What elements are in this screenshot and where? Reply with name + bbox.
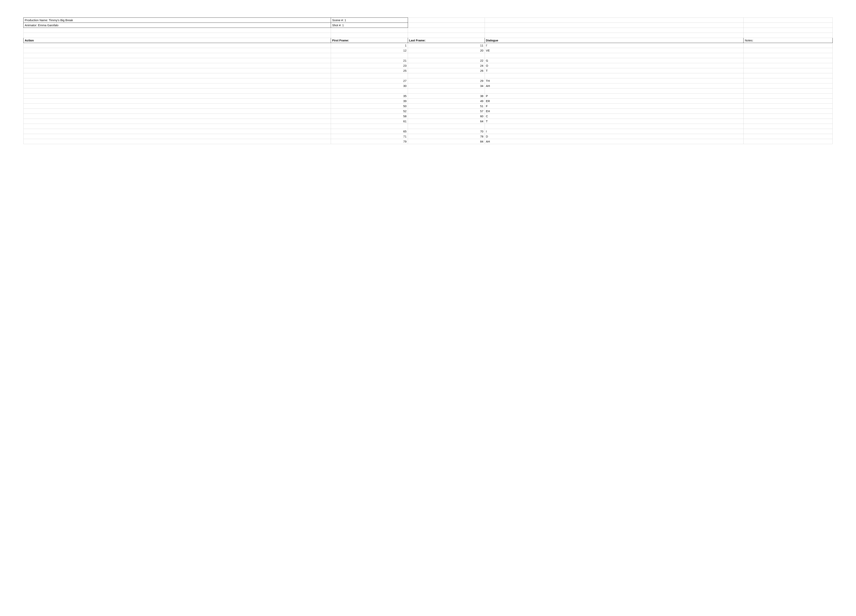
cell-notes (744, 124, 833, 129)
table-row: 7984AH (23, 139, 833, 144)
scene-number-cell: Scene #: 1 (331, 18, 408, 23)
cell-first-frame: 71 (331, 134, 408, 139)
table-body: Production Name: Timmy's Big Break Scene… (23, 18, 833, 43)
table-row: 5257EH (23, 109, 833, 114)
cell-last-frame (408, 53, 485, 58)
cell-first-frame (331, 73, 408, 78)
cell-notes (744, 129, 833, 134)
cell-action (23, 68, 331, 73)
cell-first-frame: 58 (331, 114, 408, 119)
production-name-cell: Production Name: Timmy's Big Break (23, 18, 331, 23)
cell-first-frame: 12 (331, 48, 408, 53)
cell-last-frame: 22 (408, 58, 485, 63)
cell-dialogue: T (485, 68, 744, 73)
cell-last-frame (408, 73, 485, 78)
cell-action (23, 109, 331, 114)
cell-last-frame (408, 89, 485, 94)
cell-dialogue: P (485, 94, 744, 98)
cell-notes (744, 134, 833, 139)
cell-notes (744, 114, 833, 119)
cell-action (23, 104, 331, 109)
cell-dialogue: TH (485, 78, 744, 83)
cell-dialogue: I' (485, 43, 744, 48)
cell-action (23, 114, 331, 119)
cell-first-frame: 27 (331, 78, 408, 83)
cell-action (23, 78, 331, 83)
cell-dialogue: AH (485, 139, 744, 144)
cell-dialogue: AH (485, 83, 744, 89)
table-row: 1220VE (23, 48, 833, 53)
table-row: 2526T (23, 68, 833, 73)
cell-first-frame: 30 (331, 83, 408, 89)
cell-action (23, 134, 331, 139)
cell-last-frame: 51 (408, 104, 485, 109)
meta-row-2: Animator: Emma Garofalo Shot #: 1 (23, 23, 833, 28)
cell-last-frame: 60 (408, 114, 485, 119)
cell-action (23, 58, 331, 63)
column-header-row: Action First Frame: Last Frame: Dialogue… (23, 38, 833, 43)
cell-first-frame: 79 (331, 139, 408, 144)
cell-dialogue: ER (485, 98, 744, 104)
cell-last-frame: 29 (408, 78, 485, 83)
cell-action (23, 119, 331, 124)
cell-dialogue (485, 53, 744, 58)
table-row (23, 124, 833, 129)
table-row: 3538P (23, 94, 833, 98)
cell-dialogue: D (485, 134, 744, 139)
cell-last-frame: 78 (408, 134, 485, 139)
cell-action (23, 63, 331, 68)
cell-first-frame: 35 (331, 94, 408, 98)
cell-dialogue: F (485, 104, 744, 109)
meta-row-1: Production Name: Timmy's Big Break Scene… (23, 18, 833, 23)
cell-notes (744, 119, 833, 124)
cell-dialogue: T (485, 119, 744, 124)
cell-dialogue: EH (485, 109, 744, 114)
data-rows: 111I'1220VE2122G2324O2526T2729TH3034AH35… (23, 43, 833, 144)
cell-first-frame: 50 (331, 104, 408, 109)
table-row: 2729TH (23, 78, 833, 83)
cell-last-frame: 49 (408, 98, 485, 104)
cell-notes (744, 98, 833, 104)
header-action: Action (23, 38, 331, 43)
animator-cell: Animator: Emma Garofalo (23, 23, 331, 28)
cell-last-frame: 57 (408, 109, 485, 114)
table-row: 6570I (23, 129, 833, 134)
table-row: 3034AH (23, 83, 833, 89)
cell-notes (744, 73, 833, 78)
empty-cell (331, 33, 408, 38)
cell-last-frame: 84 (408, 139, 485, 144)
header-last-frame: Last Frame: (408, 38, 485, 43)
cell-first-frame: 61 (331, 119, 408, 124)
cell-action (23, 94, 331, 98)
cell-action (23, 129, 331, 134)
cell-last-frame: 11 (408, 43, 485, 48)
cell-notes (744, 83, 833, 89)
cell-last-frame (408, 124, 485, 129)
empty-cell (485, 28, 744, 33)
cell-action (23, 53, 331, 58)
cell-dialogue: I (485, 129, 744, 134)
cell-dialogue (485, 124, 744, 129)
empty-cell (485, 18, 744, 23)
header-dialogue: Dialogue (485, 38, 744, 43)
exposure-sheet-table: Production Name: Timmy's Big Break Scene… (23, 17, 833, 144)
cell-action (23, 83, 331, 89)
cell-notes (744, 53, 833, 58)
table-row: 6164T (23, 119, 833, 124)
cell-last-frame: 20 (408, 48, 485, 53)
cell-notes (744, 68, 833, 73)
cell-action (23, 48, 331, 53)
empty-cell (23, 33, 331, 38)
cell-first-frame (331, 53, 408, 58)
cell-dialogue: C (485, 114, 744, 119)
cell-notes (744, 109, 833, 114)
cell-action (23, 124, 331, 129)
header-first-frame: First Frame: (331, 38, 408, 43)
cell-notes (744, 48, 833, 53)
cell-first-frame: 1 (331, 43, 408, 48)
cell-last-frame: 64 (408, 119, 485, 124)
empty-cell (23, 28, 331, 33)
empty-cell (331, 28, 408, 33)
empty-cell (744, 28, 833, 33)
cell-dialogue: VE (485, 48, 744, 53)
